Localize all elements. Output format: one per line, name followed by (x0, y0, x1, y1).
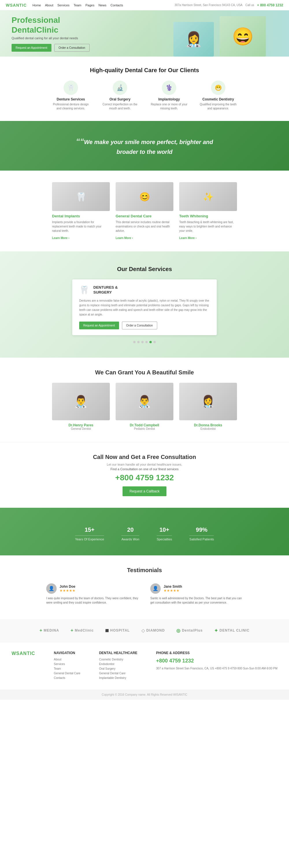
footer-dental-implantable[interactable]: Implantable Dentistry (99, 676, 138, 680)
doctor-henry: 👨‍⚕️ Dr.Henry Pares General Dentist (52, 383, 110, 430)
hero-subtitle: Qualified dental caring for all your den… (11, 36, 90, 40)
partners-section: + MEDINA + MedClinic ⬛ HOSPITAL ◇ DIAMON… (0, 619, 289, 642)
service-card-title: DENTURES & SURGERY (93, 285, 118, 295)
footer-nav-team[interactable]: Team (54, 667, 80, 670)
service-oral-surgery: 🔬 Oral Surgery Correct imperfection on t… (100, 81, 140, 111)
doctor-henry-specialty: General Dentist (52, 427, 110, 430)
doctor-todd: 👨‍⚕️ Dr.Todd Campbell Pediatric Dentist (116, 383, 173, 430)
doctor-donna-specialty: Endodontist (179, 427, 237, 430)
testimonial-2-stars: ★★★★★ (164, 589, 182, 593)
testimonial-2-info: Jane Smith ★★★★★ (164, 585, 182, 593)
hero-title-accent: Clinic (36, 25, 58, 34)
hero-section: Professional DentalClinic Qualified dent… (0, 10, 289, 57)
navbar-call-label: Call us (245, 3, 254, 7)
general-desc: This dental service includes routine den… (116, 220, 173, 233)
dot-1[interactable] (133, 341, 136, 343)
stat-experience-label: Years Of Experience (75, 535, 104, 541)
dot-4[interactable] (145, 341, 148, 343)
footer-dental-endo[interactable]: Endodontist (99, 662, 138, 665)
hero-request-btn[interactable]: Request an Appointment (11, 44, 52, 52)
cta-callback-btn[interactable]: Request a Callback (122, 486, 167, 496)
footer-nav-about[interactable]: About (54, 658, 80, 661)
stat-experience-number: 15+ (75, 522, 104, 534)
stat-experience: 15+ Years Of Experience (75, 522, 104, 541)
nav-team[interactable]: Team (74, 3, 82, 7)
treatments-grid: 🦷 Dental Implants Implants provide a fou… (11, 182, 278, 240)
dental-care-heading: High-quality Dental Care for Our Clients (11, 67, 278, 73)
denture-icon: 🦷 (64, 81, 78, 95)
treatment-implants: 🦷 Dental Implants Implants provide a fou… (52, 182, 110, 240)
denture-desc: Professional denture design and cleaning… (51, 102, 91, 111)
nav-about[interactable]: About (45, 3, 54, 7)
footer-dental-list: Cosmetic Dentistry Endodontist Oral Surg… (99, 658, 138, 680)
footer-phone[interactable]: +800 4759 1232 (156, 658, 278, 664)
implants-title: Dental Implants (52, 214, 110, 218)
testimonial-2-header: 👤 Jane Smith ★★★★★ (150, 583, 243, 594)
footer-address: 307 a Harrison Street San Francisco, CA,… (156, 666, 278, 671)
denture-title: Denture Services (51, 97, 91, 101)
footer-dental-oral[interactable]: Oral Surgery (99, 667, 138, 670)
footer-grid: WSANTIC NAVIGATION About Services Team G… (11, 651, 278, 681)
footer-dental-cosmetic[interactable]: Cosmetic Dentistry (99, 658, 138, 661)
quote-banner: We make your smile more perfect, brighte… (0, 121, 289, 170)
footer-nav-list: About Services Team General Dental Care … (54, 658, 80, 680)
partner-medina: + MEDINA (39, 628, 59, 633)
hero-order-btn[interactable]: Order a Consultation (54, 44, 90, 52)
testimonial-1-stars: ★★★★★ (60, 589, 76, 593)
dental-care-section: High-quality Dental Care for Our Clients… (0, 57, 289, 121)
footer: WSANTIC NAVIGATION About Services Team G… (0, 642, 289, 690)
navbar-right: 307a Harrison Street, San Francisco 9414… (175, 3, 283, 7)
footer-nav-general[interactable]: General Dental Care (54, 672, 80, 675)
implantology-icon: ⚕️ (162, 81, 176, 95)
footer-nav-services[interactable]: Services (54, 662, 80, 665)
navbar-phone[interactable]: + 800 4759 1232 (257, 3, 283, 7)
doctor-donna-name: Dr.Donna Brooks (179, 423, 237, 427)
general-learn-more[interactable]: Learn More (116, 237, 133, 240)
doctor-todd-specialty: Pediatric Dentist (116, 427, 173, 430)
stat-specialties-label: Specialties (156, 535, 172, 541)
implants-learn-more[interactable]: Learn More (52, 237, 69, 240)
testimonial-1-info: John Doe ★★★★★ (60, 585, 76, 593)
dot-3[interactable] (141, 341, 144, 343)
stat-patients-number: 99% (189, 522, 214, 534)
dental-services-section: Our Dental Services 🦷 DENTURES & SURGERY… (0, 251, 289, 358)
dot-2[interactable] (137, 341, 140, 343)
dot-5[interactable] (149, 341, 152, 343)
footer-copyright: Copyright © 2016 Company name. All Right… (102, 693, 187, 696)
testimonial-1-text: I was quite impressed by the team of doc… (46, 596, 139, 605)
hero-dentist-img: 👩‍⚕️ (173, 22, 214, 57)
footer-brand: WSANTIC (11, 651, 35, 681)
whitening-learn-more[interactable]: Learn More (179, 237, 197, 240)
footer-dental-general[interactable]: General Dental Care (99, 672, 138, 675)
service-request-btn[interactable]: Request an Appointment (79, 321, 119, 329)
nav-contacts[interactable]: Contacts (110, 3, 123, 7)
doctor-henry-img: 👨‍⚕️ (52, 383, 110, 420)
footer-nav-contacts[interactable]: Contacts (54, 676, 80, 680)
nav-news[interactable]: News (98, 3, 107, 7)
nav-pages[interactable]: Pages (86, 3, 94, 7)
navbar: WSANTIC Home About Services Team Pages N… (0, 0, 289, 10)
hero-buttons: Request an Appointment Order a Consultat… (11, 44, 90, 52)
footer-nav-heading: NAVIGATION (54, 651, 80, 655)
nav-home[interactable]: Home (32, 3, 41, 7)
dot-6[interactable] (153, 341, 156, 343)
stat-awards: 20 Awards Won (121, 522, 139, 541)
cta-phone[interactable]: +800 4759 1232 (11, 473, 278, 482)
cta-heading: Call Now and Get a Free Consultation (11, 454, 278, 460)
nav-services[interactable]: Services (57, 3, 69, 7)
footer-phone-heading: PHONE & ADDRESS (156, 651, 278, 655)
footer-bottom: Copyright © 2016 Company name. All Right… (0, 690, 289, 700)
oral-surgery-title: Oral Surgery (100, 97, 140, 101)
testimonial-2-text: Santic is well administered by the Docto… (150, 596, 243, 605)
service-implantology: ⚕️ Implantology Replace one or more of y… (149, 81, 189, 111)
service-order-btn[interactable]: Order a Consultation (122, 321, 157, 329)
testimonials-heading: Testimonials (11, 567, 278, 574)
cosmetic-desc: Qualified improving the teeth and appear… (198, 102, 238, 111)
logo-brand: SANTIC (10, 3, 27, 7)
stat-patients-label: Satisfied Patients (189, 535, 214, 541)
services-grid: 🦷 Denture Services Professional denture … (11, 81, 278, 111)
stats-section: 15+ Years Of Experience 20 Awards Won 10… (0, 508, 289, 555)
stat-awards-number: 20 (121, 522, 139, 534)
hero-content: Professional DentalClinic Qualified dent… (0, 10, 101, 57)
dental-services-heading: Our Dental Services (11, 266, 278, 273)
